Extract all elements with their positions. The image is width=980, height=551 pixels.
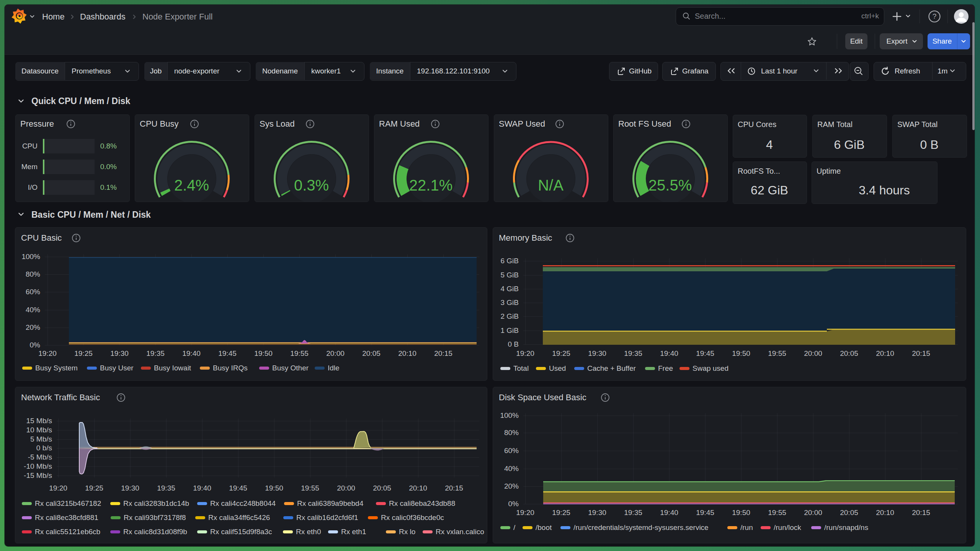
- svg-text:?: ?: [933, 12, 937, 20]
